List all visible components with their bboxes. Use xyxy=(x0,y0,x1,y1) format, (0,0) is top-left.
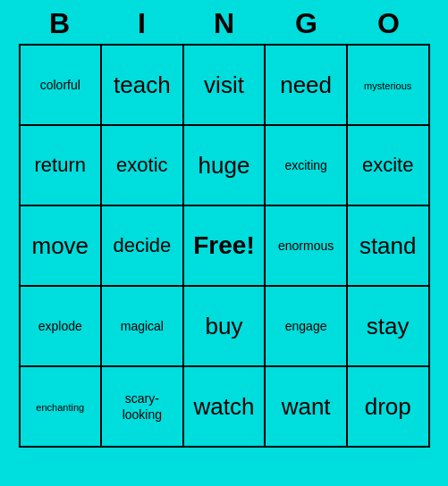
bingo-cell-r4c4[interactable]: drop xyxy=(347,366,429,447)
cell-text-r4c0: enchanting xyxy=(36,402,84,413)
cell-text-r1c4: excite xyxy=(362,154,413,176)
cell-text-r1c0: return xyxy=(35,154,86,176)
bingo-cell-r0c1[interactable]: teach xyxy=(101,45,183,125)
bingo-cell-r3c3[interactable]: engage xyxy=(265,286,347,366)
cell-text-r1c3: exciting xyxy=(284,158,326,172)
bingo-cell-r0c0[interactable]: colorful xyxy=(20,45,102,125)
bingo-cell-r2c1[interactable]: decide xyxy=(101,205,183,286)
bingo-cell-r4c2[interactable]: watch xyxy=(183,366,266,447)
cell-text-r2c4: stand xyxy=(359,232,417,259)
cell-text-r2c3: enormous xyxy=(278,239,334,253)
cell-text-r0c2: visit xyxy=(204,71,244,98)
cell-text-r3c2: buy xyxy=(206,313,243,339)
bingo-cell-r4c1[interactable]: scary-looking xyxy=(101,366,183,447)
bingo-cell-r3c2[interactable]: buy xyxy=(183,286,266,366)
cell-text-r3c0: explode xyxy=(38,319,82,333)
bingo-cell-r1c4[interactable]: excite xyxy=(347,125,429,205)
cell-text-r2c0: move xyxy=(31,232,89,259)
header-b: B xyxy=(23,7,97,40)
bingo-cell-r1c0[interactable]: return xyxy=(20,125,102,205)
cell-text-r3c4: stay xyxy=(367,313,410,339)
bingo-cell-r2c0[interactable]: move xyxy=(20,205,102,286)
bingo-cell-r1c2[interactable]: huge xyxy=(183,125,266,205)
cell-text-r3c3: engage xyxy=(285,319,327,333)
cell-text-r0c4: mysterious xyxy=(364,80,411,91)
bingo-grid: colorfulteachvisitneedmysteriousreturnex… xyxy=(19,44,430,448)
bingo-cell-r1c1[interactable]: exotic xyxy=(101,125,183,205)
bingo-cell-r3c1[interactable]: magical xyxy=(101,286,183,366)
bingo-header: B I N G O xyxy=(19,0,430,44)
cell-text-r0c0: colorful xyxy=(40,78,80,92)
header-n: N xyxy=(188,7,261,40)
cell-text-r4c1: scary-looking xyxy=(123,391,162,422)
cell-text-r2c1: decide xyxy=(113,234,171,256)
cell-text-r4c4: drop xyxy=(365,393,411,420)
bingo-cell-r2c2[interactable]: Free! xyxy=(183,205,266,286)
bingo-cell-r0c4[interactable]: mysterious xyxy=(347,45,429,125)
cell-text-r0c1: teach xyxy=(114,71,171,98)
header-o: O xyxy=(352,7,426,40)
bingo-cell-r2c4[interactable]: stand xyxy=(347,205,429,286)
bingo-cell-r0c3[interactable]: need xyxy=(265,45,347,125)
header-i: I xyxy=(106,7,179,40)
bingo-cell-r2c3[interactable]: enormous xyxy=(265,205,347,286)
bingo-cell-r4c0[interactable]: enchanting xyxy=(20,366,102,447)
cell-text-r2c2: Free! xyxy=(193,231,254,259)
bingo-cell-r1c3[interactable]: exciting xyxy=(265,125,347,205)
cell-text-r4c2: watch xyxy=(194,393,255,420)
bingo-cell-r3c4[interactable]: stay xyxy=(347,286,429,366)
cell-text-r1c2: huge xyxy=(199,152,250,179)
cell-text-r3c1: magical xyxy=(121,319,164,333)
bingo-cell-r3c0[interactable]: explode xyxy=(20,286,102,366)
cell-text-r4c3: want xyxy=(282,393,331,420)
bingo-cell-r0c2[interactable]: visit xyxy=(183,45,266,125)
bingo-cell-r4c3[interactable]: want xyxy=(265,366,347,447)
cell-text-r0c3: need xyxy=(280,71,332,98)
header-g: G xyxy=(270,7,343,40)
cell-text-r1c1: exotic xyxy=(116,154,167,176)
